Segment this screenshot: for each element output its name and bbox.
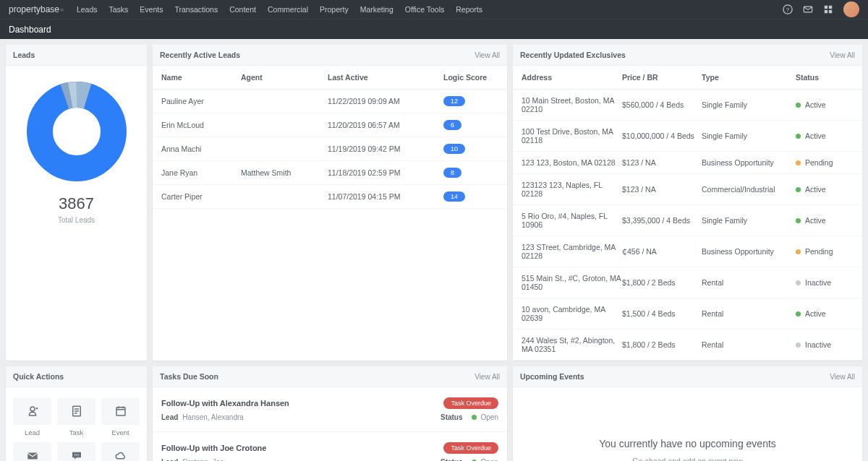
nav-reports[interactable]: Reports [456,5,482,14]
nav-transactions[interactable]: Transactions [174,5,218,14]
score-badge: 6 [443,120,461,130]
task-status: StatusOpen [441,458,498,461]
active-leads-panel: Recently Active Leads View All Name Agen… [153,45,507,361]
task-item[interactable]: Follow-Up with Joe CrotoneTask OverdueLe… [153,432,507,461]
table-row[interactable]: 5 Rio Oro, #4, Naples, FL 10906$3,395,00… [513,205,862,236]
qa-event-button[interactable] [101,397,140,425]
mail-icon[interactable] [803,4,813,14]
nav-leads[interactable]: Leads [77,5,98,14]
lead-name: Carter Piper [161,192,241,201]
ex-price: $123 / NA [622,185,702,194]
ex-address: 10 avon, Cambridge, MA 02639 [522,305,622,322]
nav-items: Leads Tasks Events Transactions Content … [77,5,783,14]
status-dot-icon [472,415,477,420]
events-title: Upcoming Events [520,372,584,381]
brand-logo[interactable]: propertybase○ [9,4,64,14]
ex-status: Pending [796,158,854,167]
task-title: Follow-Up with Joe Crotone [161,444,266,452]
svg-rect-9 [116,408,125,415]
events-empty-title: You currently have no upcoming events [527,438,848,449]
table-row[interactable]: 10 avon, Cambridge, MA 02639$1,500 / 4 B… [513,298,862,329]
svg-rect-10 [27,453,38,460]
svg-rect-4 [829,6,832,9]
task-overdue-badge: Task Overdue [443,397,498,409]
svg-point-12 [76,454,77,456]
svg-rect-5 [825,10,827,13]
ex-type: Rental [702,309,796,318]
ex-address: 244 Wales St, #2, Abington, MA 02351 [522,336,622,353]
table-row[interactable]: 123123 123, Naples, FL 02128$123 / NACom… [513,174,862,205]
qa-cloudcma-button[interactable] [101,442,140,461]
nav-tasks[interactable]: Tasks [109,5,129,14]
table-row[interactable]: Erin McLoud11/20/2019 06:57 AM6 [153,113,507,137]
tasks-panel: Tasks Due Soon View All Follow-Up with A… [153,366,507,461]
ex-price: $1,800 / 2 Beds [622,340,702,349]
status-dot-icon [796,249,801,254]
ex-address: 123 123, Boston, MA 02128 [522,158,622,167]
dashboard-content: Leads 3867 Total Leads Recently Active L… [0,39,868,461]
page-title: Dashboard [9,25,51,35]
qa-email-button[interactable] [13,442,51,461]
qa-event-label: Event [101,428,140,436]
ex-price: $1,800 / 2 Beds [622,278,702,287]
nav-content[interactable]: Content [229,5,256,14]
task-title: Follow-Up with Alexandra Hansen [161,399,289,408]
subheader: Dashboard [0,19,868,39]
table-row[interactable]: Carter Piper11/07/2019 04:15 PM14 [153,185,507,209]
qa-lead: Lead [13,397,51,436]
qa-internal-button[interactable] [57,442,95,461]
task-overdue-badge: Task Overdue [443,442,498,454]
ex-status: Inactive [796,278,854,287]
table-row[interactable]: 244 Wales St, #2, Abington, MA 02351$1,8… [513,329,862,361]
table-row[interactable]: Jane RyanMatthew Smith11/18/2019 02:59 P… [153,161,507,185]
table-row[interactable]: Anna Machi11/19/2019 09:42 PM10 [153,137,507,161]
ex-status: Active [796,309,854,318]
lead-last-active: 11/18/2019 02:59 PM [328,168,443,177]
exclusives-header: Address Price / BR Type Status [513,66,862,90]
table-row[interactable]: 10 Main Street, Boston, MA 02210$560,000… [513,90,862,121]
help-icon[interactable]: ? [783,4,793,14]
qa-internal: Internal [57,442,95,461]
qa-cloudcma: CloudCMA [101,442,140,461]
nav-office-tools[interactable]: Office Tools [405,5,444,14]
lead-name: Jane Ryan [161,168,241,177]
nav-property[interactable]: Property [320,5,349,14]
ex-price: ₵456 / NA [622,247,702,256]
svg-text:?: ? [786,7,790,13]
nav-marketing[interactable]: Marketing [360,5,393,14]
events-view-all[interactable]: View All [830,373,855,381]
ex-status: Active [796,185,854,194]
ex-type: Rental [702,278,796,287]
tasks-title: Tasks Due Soon [160,372,218,381]
avatar[interactable] [843,1,859,17]
apps-icon[interactable] [823,4,833,14]
table-row[interactable]: Pauline Ayer11/22/2019 09:09 AM12 [153,90,507,113]
table-row[interactable]: 123 123, Boston, MA 02128$123 / NABusine… [513,152,862,174]
exclusives-view-all[interactable]: View All [830,51,855,59]
qa-lead-button[interactable] [13,397,51,425]
ex-price: $3,395,000 / 4 Beds [622,216,702,225]
table-row[interactable]: 123 STreet, Cambridge, MA 02128₵456 / NA… [513,236,862,267]
nav-commercial[interactable]: Commercial [268,5,308,14]
status-dot-icon [796,103,801,108]
ex-type: Single Family [702,216,796,225]
task-item[interactable]: Follow-Up with Alexandra HansenTask Over… [153,387,507,432]
leads-panel: Leads 3867 Total Leads [6,45,147,361]
lead-score-cell: 8 [443,168,498,178]
quick-actions-panel: Quick Actions Lead Task Event Email [6,366,147,461]
table-row[interactable]: 515 Main St., #C, Groton, MA 01450$1,800… [513,267,862,298]
qa-task-label: Task [57,428,95,436]
qa-event: Event [101,397,140,436]
ex-price: $10,000,000 / 4 Beds [622,132,702,140]
tasks-view-all[interactable]: View All [475,373,500,381]
score-badge: 8 [443,168,461,178]
ex-address: 123 STreet, Cambridge, MA 02128 [522,243,622,260]
active-leads-view-all[interactable]: View All [475,51,500,59]
nav-events[interactable]: Events [140,5,163,14]
table-row[interactable]: 100 Test Drive, Boston, MA 02118$10,000,… [513,121,862,152]
leads-label: Total Leads [13,216,140,224]
col-name: Name [161,73,241,82]
qa-task-button[interactable] [57,397,95,425]
lead-score-cell: 12 [443,96,498,106]
status-dot-icon [796,218,801,223]
